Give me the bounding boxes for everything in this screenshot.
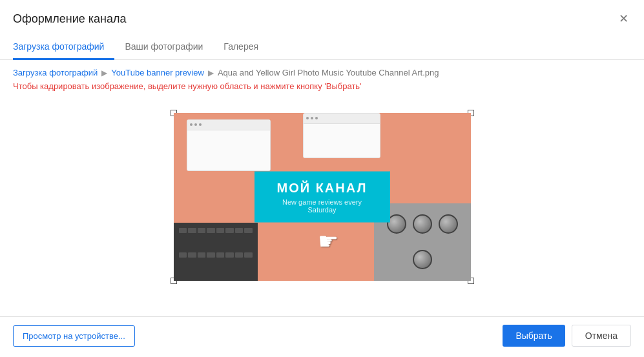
keyboard-area [174, 223, 258, 281]
banner-image: МОЙ КАНАЛ New game reviews every Saturda… [174, 113, 471, 281]
crop-container[interactable]: МОЙ КАНАЛ New game reviews every Saturda… [174, 113, 471, 281]
key [207, 252, 215, 258]
key [198, 252, 206, 258]
key [216, 252, 225, 258]
breadcrumb-step1[interactable]: Загрузка фотографий [13, 68, 98, 77]
key [225, 228, 234, 233]
browser-dot2-3 [315, 117, 318, 119]
browser-dot2-1 [306, 117, 309, 119]
knob-2 [413, 214, 432, 234]
breadcrumb-sep1: ▶ [101, 68, 107, 77]
select-button[interactable]: Выбрать [503, 325, 565, 347]
keyboard-keys [174, 223, 258, 281]
key [235, 252, 244, 258]
browser-mockup-left [187, 119, 271, 171]
teal-channel-box: МОЙ КАНАЛ New game reviews every Saturda… [254, 171, 390, 222]
key [188, 228, 196, 233]
channel-title: МОЙ КАНАЛ [273, 180, 372, 195]
browser-dot2-2 [311, 117, 313, 119]
dialog-title: Оформление канала [13, 12, 126, 26]
image-area: МОЙ КАНАЛ New game reviews every Saturda… [13, 100, 631, 293]
tab-your-photos[interactable]: Ваши фотографии [114, 35, 213, 60]
knob-3 [439, 214, 458, 234]
breadcrumb: Загрузка фотографий ▶ YouTube banner pre… [13, 68, 631, 77]
browser-body [187, 130, 270, 170]
key [244, 252, 253, 258]
breadcrumb-step2[interactable]: YouTube banner preview [111, 68, 204, 77]
bottom-bar: Просмотр на устройстве... Выбрать Отмена [0, 316, 644, 357]
browser-bar2 [304, 114, 380, 124]
tab-gallery[interactable]: Галерея [213, 35, 269, 60]
hint-text: Чтобы кадрировать изображение, выделите … [13, 81, 631, 91]
key [179, 252, 187, 258]
browser-dot-3 [199, 123, 202, 126]
key [216, 228, 225, 233]
key [244, 228, 253, 233]
key [207, 228, 215, 233]
dialog: Оформление канала ✕ Загрузка фотографий … [0, 0, 644, 357]
browser-mockup-right [303, 113, 380, 158]
key [225, 252, 234, 258]
browser-dot-1 [190, 123, 192, 126]
tab-upload[interactable]: Загрузка фотографий [13, 35, 114, 60]
channel-subtitle: New game reviews every Saturday [273, 198, 372, 213]
cursor-hand-icon: ☛ [318, 228, 338, 255]
breadcrumb-step3: Aqua and Yellow Girl Photo Music Youtube… [218, 68, 439, 77]
dialog-header: Оформление канала ✕ [0, 0, 644, 27]
content-area: Загрузка фотографий ▶ YouTube banner pre… [0, 60, 644, 316]
browser-bar [187, 120, 270, 130]
close-button[interactable]: ✕ [616, 10, 631, 27]
key [198, 228, 206, 233]
key [179, 228, 187, 233]
browser-dot-2 [194, 123, 197, 126]
breadcrumb-sep2: ▶ [208, 68, 214, 77]
knob-4 [413, 250, 432, 269]
key [235, 228, 244, 233]
preview-device-button[interactable]: Просмотр на устройстве... [13, 325, 135, 347]
tabs-bar: Загрузка фотографий Ваши фотографии Гале… [0, 35, 644, 60]
browser-body2 [304, 124, 380, 158]
cancel-button[interactable]: Отмена [572, 325, 631, 347]
banner-content: МОЙ КАНАЛ New game reviews every Saturda… [174, 113, 471, 281]
key [188, 252, 196, 258]
action-buttons: Выбрать Отмена [503, 325, 631, 347]
